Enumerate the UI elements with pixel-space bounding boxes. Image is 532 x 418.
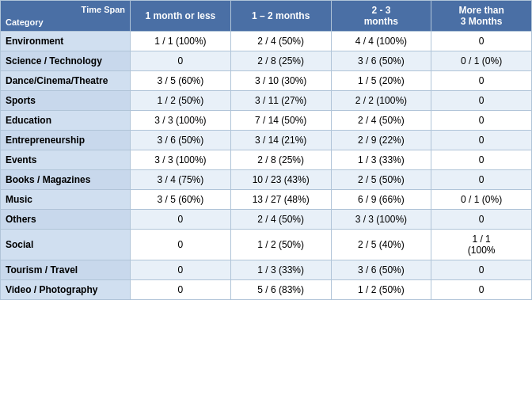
cell-col2: 3 / 10 (30%) <box>230 71 331 91</box>
table-row: Events3 / 3 (100%)2 / 8 (25%)1 / 3 (33%)… <box>1 150 532 170</box>
cell-col2: 3 / 14 (21%) <box>230 131 331 150</box>
cell-col2: 13 / 27 (48%) <box>230 190 331 210</box>
cell-col4: 0 <box>431 170 532 190</box>
cell-col4: 0 <box>431 150 532 170</box>
cell-category: Music <box>1 190 131 210</box>
cell-col3: 3 / 6 (50%) <box>331 51 431 71</box>
table-row: Books / Magazines3 / 4 (75%)10 / 23 (43%… <box>1 170 532 190</box>
cell-col3: 2 / 2 (100%) <box>331 91 431 111</box>
header-col4-line1: More than <box>458 5 504 16</box>
cell-category: Education <box>1 111 131 131</box>
cell-col4: 0 <box>431 91 532 111</box>
cell-col1: 0 <box>131 260 231 280</box>
header-col3-line1: 2 - 3 <box>371 5 390 16</box>
cell-category: Others <box>1 210 131 230</box>
cell-col1: 0 <box>131 210 231 230</box>
table-row: Sports1 / 2 (50%)3 / 11 (27%)2 / 2 (100%… <box>1 91 532 111</box>
cell-col1: 3 / 5 (60%) <box>131 190 231 210</box>
cell-col4: 0 <box>431 210 532 230</box>
table-row: Tourism / Travel01 / 3 (33%)3 / 6 (50%)0 <box>1 260 532 280</box>
cell-col3: 2 / 5 (40%) <box>331 230 431 260</box>
cell-col1: 0 <box>131 280 231 300</box>
cell-col3: 2 / 4 (50%) <box>331 111 431 131</box>
table-row: Social01 / 2 (50%)2 / 5 (40%)1 / 1(100% <box>1 230 532 260</box>
cell-category: Sports <box>1 91 131 111</box>
cell-category: Social <box>1 230 131 260</box>
header-col4-line2: 3 Months <box>461 16 503 27</box>
header-col3: 2 - 3 months <box>331 1 431 32</box>
cell-col4: 0 <box>431 280 532 300</box>
cell-col1: 3 / 6 (50%) <box>131 131 231 150</box>
table-row: Dance/Cinema/Theatre3 / 5 (60%)3 / 10 (3… <box>1 71 532 91</box>
table-row: Science / Technology02 / 8 (25%)3 / 6 (5… <box>1 51 532 71</box>
cell-col1: 0 <box>131 230 231 260</box>
cell-col4: 0 <box>431 111 532 131</box>
header-category-label: Category <box>6 17 125 27</box>
cell-col3: 2 / 5 (50%) <box>331 170 431 190</box>
cell-col2: 3 / 11 (27%) <box>230 91 331 111</box>
cell-col2: 1 / 2 (50%) <box>230 230 331 260</box>
table-row: Environment1 / 1 (100%)2 / 4 (50%)4 / 4 … <box>1 32 532 51</box>
cell-col4: 0 <box>431 131 532 150</box>
cell-col3: 1 / 2 (50%) <box>331 280 431 300</box>
cell-col2: 7 / 14 (50%) <box>230 111 331 131</box>
cell-col2: 2 / 4 (50%) <box>230 32 331 51</box>
cell-col2: 1 / 3 (33%) <box>230 260 331 280</box>
cell-category: Books / Magazines <box>1 170 131 190</box>
cell-col1: 1 / 1 (100%) <box>131 32 231 51</box>
cell-category: Tourism / Travel <box>1 260 131 280</box>
cell-col2: 2 / 8 (25%) <box>230 150 331 170</box>
table-row: Others02 / 4 (50%)3 / 3 (100%)0 <box>1 210 532 230</box>
table-row: Entrepreneurship3 / 6 (50%)3 / 14 (21%)2… <box>1 131 532 150</box>
table-row: Video / Photography05 / 6 (83%)1 / 2 (50… <box>1 280 532 300</box>
cell-col1: 3 / 4 (75%) <box>131 170 231 190</box>
cell-col4: 0 / 1 (0%) <box>431 51 532 71</box>
cell-category: Events <box>1 150 131 170</box>
cell-col2: 2 / 8 (25%) <box>230 51 331 71</box>
cell-col4: 0 / 1 (0%) <box>431 190 532 210</box>
cell-col2: 10 / 23 (43%) <box>230 170 331 190</box>
cell-col1: 1 / 2 (50%) <box>131 91 231 111</box>
cell-col4: 0 <box>431 32 532 51</box>
cell-col1: 3 / 3 (100%) <box>131 150 231 170</box>
cell-col2: 2 / 4 (50%) <box>230 210 331 230</box>
cell-col4: 0 <box>431 71 532 91</box>
cell-col3: 6 / 9 (66%) <box>331 190 431 210</box>
cell-col4: 0 <box>431 260 532 280</box>
cell-col3: 3 / 6 (50%) <box>331 260 431 280</box>
table-row: Music3 / 5 (60%)13 / 27 (48%)6 / 9 (66%)… <box>1 190 532 210</box>
cell-col3: 1 / 5 (20%) <box>331 71 431 91</box>
header-timespan-label: Time Span <box>6 5 125 14</box>
cell-category: Environment <box>1 32 131 51</box>
header-category: Time Span Category <box>1 1 131 32</box>
main-table: Time Span Category 1 month or less 1 – 2… <box>0 0 532 300</box>
cell-col3: 4 / 4 (100%) <box>331 32 431 51</box>
header-col3-line2: months <box>364 16 398 27</box>
header-col2: 1 – 2 months <box>230 1 331 32</box>
cell-col1: 0 <box>131 51 231 71</box>
header-col1: 1 month or less <box>131 1 231 32</box>
cell-col1: 3 / 5 (60%) <box>131 71 231 91</box>
cell-col2: 5 / 6 (83%) <box>230 280 331 300</box>
cell-category: Entrepreneurship <box>1 131 131 150</box>
cell-col3: 2 / 9 (22%) <box>331 131 431 150</box>
cell-col3: 1 / 3 (33%) <box>331 150 431 170</box>
header-col4: More than 3 Months <box>431 1 532 32</box>
cell-category: Video / Photography <box>1 280 131 300</box>
table-row: Education3 / 3 (100%)7 / 14 (50%)2 / 4 (… <box>1 111 532 131</box>
cell-col3: 3 / 3 (100%) <box>331 210 431 230</box>
cell-col1: 3 / 3 (100%) <box>131 111 231 131</box>
cell-category: Dance/Cinema/Theatre <box>1 71 131 91</box>
cell-category: Science / Technology <box>1 51 131 71</box>
cell-col4: 1 / 1(100% <box>431 230 532 260</box>
